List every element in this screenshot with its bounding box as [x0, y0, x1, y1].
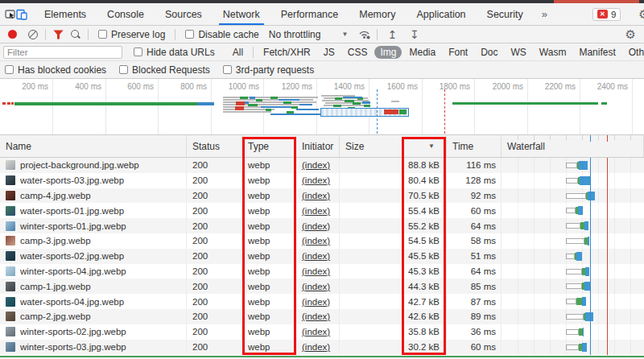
column-header-size[interactable]: Size▼	[340, 135, 447, 157]
network-conditions-icon[interactable]	[356, 29, 374, 39]
network-overview-timeline[interactable]: 200 ms400 ms600 ms800 ms1000 ms1200 ms14…	[0, 79, 644, 135]
initiator-link[interactable]: (index)	[302, 175, 330, 185]
import-har-icon[interactable]: ↥	[381, 29, 403, 40]
filter-chip-ws[interactable]: WS	[506, 46, 532, 59]
cell-name: water-sports-02.jpg.webp	[0, 249, 187, 264]
initiator-link[interactable]: (index)	[302, 282, 330, 291]
filter-chip-media[interactable]: Media	[403, 46, 441, 59]
column-header-name[interactable]: Name	[0, 135, 187, 157]
column-header-initiator[interactable]: Initiator	[296, 135, 340, 157]
table-row[interactable]: winter-sports-01.jpg.webp200webp(index)5…	[0, 218, 644, 233]
initiator-link[interactable]: (index)	[302, 312, 330, 321]
filter-chip-css[interactable]: CSS	[342, 46, 374, 59]
type-value: webp	[248, 236, 270, 246]
table-row[interactable]: camp-3.jpg.webp200webp(index)54.5 kB58 m…	[0, 233, 644, 249]
time-value: 51 ms	[471, 251, 496, 261]
cell-waterfall	[502, 203, 644, 218]
table-row[interactable]: winter-sports-02.jpg.webp200webp(index)3…	[0, 324, 644, 340]
initiator-link[interactable]: (index)	[302, 191, 330, 200]
tab-memory[interactable]: Memory	[349, 3, 406, 25]
table-row[interactable]: water-sports-01.jpg.webp200webp(index)55…	[0, 203, 644, 218]
network-filter-bar: Hide data URLs AllFetch/XHRJSCSSImgMedia…	[0, 43, 644, 61]
tab-elements[interactable]: Elements	[34, 3, 97, 25]
filter-chip-js[interactable]: JS	[318, 46, 341, 59]
disable-cache-checkbox[interactable]: Disable cache	[185, 29, 258, 40]
column-header-label: Status	[192, 141, 220, 152]
filter-chip-other[interactable]: Other	[623, 46, 644, 59]
filter-chip-doc[interactable]: Doc	[475, 46, 503, 59]
record-network-log-button[interactable]	[8, 30, 17, 39]
overview-bar	[256, 99, 262, 101]
table-row[interactable]: water-sports-02.jpg.webp200webp(index)45…	[0, 249, 644, 264]
type-value: webp	[248, 297, 270, 307]
filter-chip-wasm[interactable]: Wasm	[534, 46, 572, 59]
checkbox-box	[223, 65, 232, 74]
error-count-badge[interactable]: ✕ 9	[592, 8, 621, 21]
option-checkbox-blocked-requests[interactable]: Blocked Requests	[119, 64, 210, 76]
network-settings-gear-icon[interactable]: ⚙	[619, 27, 642, 42]
preserve-log-checkbox[interactable]: Preserve log	[98, 29, 165, 40]
tab-sources[interactable]: Sources	[155, 3, 213, 25]
option-checkbox-3rd-party-requests[interactable]: 3rd-party requests	[223, 64, 314, 76]
tab-security[interactable]: Security	[477, 3, 534, 25]
column-header-type[interactable]: Type	[242, 135, 296, 157]
initiator-link[interactable]: (index)	[302, 221, 330, 231]
filter-input[interactable]	[3, 46, 122, 59]
cell-type: webp	[242, 324, 296, 340]
hide-data-urls-label: Hide data URLs	[147, 47, 215, 58]
filter-chip-all[interactable]: All	[227, 46, 249, 59]
cell-name: project-background.jpg.webp	[0, 158, 187, 173]
cell-time: 60 ms	[447, 340, 502, 355]
column-header-time[interactable]: Time	[447, 135, 502, 157]
initiator-link[interactable]: (index)	[302, 297, 330, 307]
size-value: 35.8 kB	[408, 327, 440, 336]
toggle-device-toolbar-icon[interactable]	[16, 3, 27, 25]
table-row[interactable]: winter-sports-04.jpg.webp200webp(index)4…	[0, 264, 644, 279]
more-tabs-button[interactable]: »	[534, 3, 555, 25]
table-row[interactable]: winter-sports-03.jpg.webp200webp(index)3…	[0, 340, 644, 355]
tab-performance[interactable]: Performance	[270, 3, 349, 25]
table-row[interactable]: camp-1.jpg.webp200webp(index)44.3 kB85 m…	[0, 279, 644, 294]
cell-status: 200	[187, 309, 242, 324]
overview-bar	[197, 102, 214, 105]
initiator-link[interactable]: (index)	[302, 342, 330, 352]
initiator-link[interactable]: (index)	[302, 236, 330, 246]
throttling-select[interactable]: No throttling ▼	[269, 29, 349, 40]
waterfall-gridline	[566, 158, 567, 355]
initiator-link[interactable]: (index)	[302, 327, 330, 336]
initiator-link[interactable]: (index)	[302, 266, 330, 276]
column-header-waterfall[interactable]: Waterfall	[502, 135, 644, 157]
filter-chip-fetch-xhr[interactable]: Fetch/XHR	[258, 46, 316, 59]
tab-application[interactable]: Application	[406, 3, 476, 25]
export-har-icon[interactable]: ↧	[403, 29, 426, 40]
network-options-row: Has blocked cookiesBlocked Requests3rd-p…	[0, 61, 644, 79]
overview-bar	[452, 102, 598, 105]
settings-gear-icon[interactable]: ⚙	[632, 3, 644, 25]
size-value: 42.6 kB	[408, 312, 440, 321]
table-row[interactable]: project-background.jpg.webp200webp(index…	[0, 158, 644, 173]
filter-chip-img[interactable]: Img	[374, 46, 402, 59]
clear-network-log-icon[interactable]	[24, 30, 42, 39]
table-row[interactable]: camp-2.jpg.webp200webp(index)42.6 kB89 m…	[0, 309, 644, 324]
hide-data-urls-checkbox[interactable]: Hide data URLs	[134, 47, 215, 58]
tab-network[interactable]: Network	[213, 3, 270, 25]
tab-console[interactable]: Console	[97, 3, 155, 25]
table-row[interactable]: camp-4.jpg.webp200webp(index)70.5 kB92 m…	[0, 188, 644, 204]
file-thumbnail-icon	[6, 191, 15, 200]
table-row[interactable]: water-sports-03.jpg.webp200webp(index)80…	[0, 173, 644, 188]
checkbox-box	[134, 47, 142, 56]
table-row[interactable]: water-sports-04.jpg.webp200webp(index)42…	[0, 294, 644, 309]
column-header-label: Size	[345, 141, 364, 152]
column-header-status[interactable]: Status	[187, 135, 242, 157]
initiator-link[interactable]: (index)	[302, 251, 330, 261]
filter-chip-font[interactable]: Font	[443, 46, 473, 59]
option-checkbox-has-blocked-cookies[interactable]: Has blocked cookies	[5, 64, 106, 76]
waterfall-gridline	[518, 158, 518, 355]
initiator-link[interactable]: (index)	[302, 206, 330, 216]
filter-chip-manifest[interactable]: Manifest	[573, 46, 621, 59]
filter-funnel-icon[interactable]	[49, 30, 67, 39]
inspect-element-icon[interactable]	[5, 3, 16, 25]
search-icon[interactable]	[67, 30, 85, 39]
waterfall-download-segment	[583, 328, 584, 336]
initiator-link[interactable]: (index)	[302, 160, 330, 170]
